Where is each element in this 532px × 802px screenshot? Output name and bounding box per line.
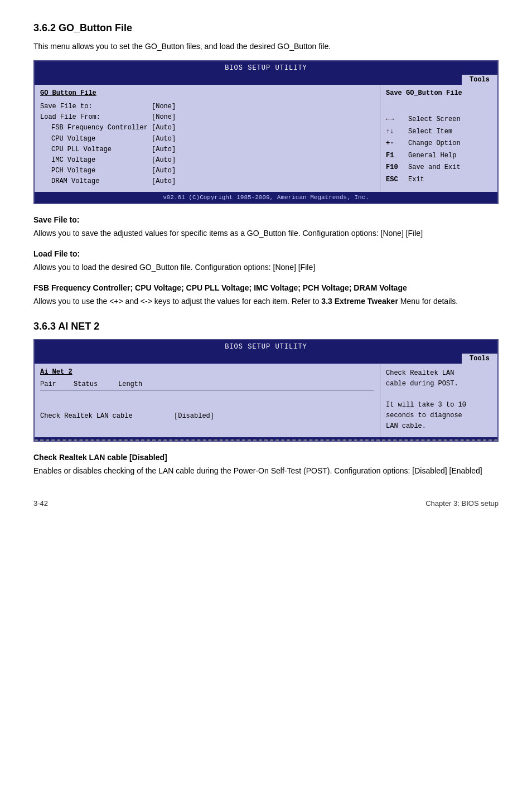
check-realtek-heading: Check Realtek LAN cable [Disabled] <box>33 453 499 462</box>
bios-right2-line2: cable during POST. <box>386 380 458 388</box>
save-file-desc: Allows you to save the adjusted values f… <box>33 228 499 239</box>
bios-tabs-1: Tools <box>35 75 497 85</box>
bios-help-1: Save GO_Button File <box>386 89 492 97</box>
check-realtek-label: Check Realtek LAN cable <box>40 411 174 422</box>
bios-key-f1: F1 General Help <box>386 150 492 162</box>
bios-left-2: Ai Net 2 Pair Status Length Check Realte… <box>35 364 380 437</box>
bios-box-2: BIOS SETUP UTILITY Tools Ai Net 2 Pair S… <box>33 339 499 442</box>
fsb-desc: Allows you to use the <+> and <-> keys t… <box>33 296 499 307</box>
bios-footer-1: v02.61 (C)Copyright 1985-2009, American … <box>35 192 497 203</box>
bios-right2-line4: It will take 3 to 10 <box>386 401 466 409</box>
bios-row-fsb: FSB Frequency Controller [Auto] <box>40 123 374 133</box>
bios-row-load: Load File From: [None] <box>40 112 374 123</box>
bios-row-cpu-voltage: CPU Voltage [Auto] <box>40 134 374 144</box>
bios-row-cpu-pll: CPU PLL Voltage [Auto] <box>40 144 374 155</box>
bios-key-f10: F10 Save and Exit <box>386 162 492 174</box>
bios-tab-tools-2: Tools <box>462 354 497 364</box>
save-file-heading: Save File to: <box>33 215 499 224</box>
load-file-desc: Allows you to load the desired GO_Button… <box>33 262 499 273</box>
bios-left-title-1: GO_Button File <box>40 89 374 97</box>
bios-key-updown: ↑↓ Select Item <box>386 126 492 138</box>
bios-right2-line1: Check Realtek LAN <box>386 369 454 377</box>
bios-box-1: BIOS SETUP UTILITY Tools GO_Button File … <box>33 60 499 204</box>
bios-col-pair: Pair <box>40 380 74 388</box>
bios-col-status: Status <box>74 380 118 388</box>
bios-row-save: Save File to: [None] <box>40 102 374 112</box>
fsb-heading: FSB Frequency Controller; CPU Voltage; C… <box>33 283 499 292</box>
bios-right-1: Save GO_Button File ←→ Select Screen ↑↓ … <box>380 85 497 192</box>
bios-header-1: BIOS SETUP UTILITY <box>35 61 497 75</box>
bios-right-2: Check Realtek LAN cable during POST. It … <box>380 364 497 437</box>
bios-key-arrows: ←→ Select Screen <box>386 114 492 126</box>
bios-right2-line5: seconds to diagnose <box>386 412 462 419</box>
check-realtek-value: [Disabled] <box>174 411 214 422</box>
section-363-title: 3.6.3 AI NET 2 <box>33 321 499 332</box>
bios-ai-columns: Pair Status Length <box>40 380 374 391</box>
bios-tabs-2: Tools <box>35 354 497 364</box>
footer-page: 3-42 <box>33 499 48 508</box>
bios-dashed-footer-2 <box>35 439 497 441</box>
bios-left-title-2: Ai Net 2 <box>40 368 374 376</box>
footer-chapter: Chapter 3: BIOS setup <box>425 499 499 508</box>
section-362-title: 3.6.2 GO_Button File <box>33 22 499 34</box>
bios-left-1: GO_Button File Save File to: [None] Load… <box>35 85 380 192</box>
bios-body-1: GO_Button File Save File to: [None] Load… <box>35 85 497 192</box>
bios-col-length: Length <box>118 380 142 388</box>
bios-header-2: BIOS SETUP UTILITY <box>35 340 497 354</box>
bios-row-pch: PCH Voltage [Auto] <box>40 166 374 176</box>
bios-right2-line6: LAN cable. <box>386 422 426 430</box>
bios-body-2: Ai Net 2 Pair Status Length Check Realte… <box>35 364 497 437</box>
page-footer: 3-42 Chapter 3: BIOS setup <box>33 499 499 508</box>
bios-keys-1: ←→ Select Screen ↑↓ Select Item +- Chang… <box>386 114 492 186</box>
section-362-intro: This menu allows you to set the GO_Butto… <box>33 41 499 52</box>
bios-key-plusminus: +- Change Option <box>386 138 492 150</box>
extreme-tweaker-ref: 3.3 Extreme Tweaker <box>321 297 398 306</box>
bios-row-imc: IMC Voltage [Auto] <box>40 155 374 166</box>
check-realtek-desc: Enables or disables checking of the LAN … <box>33 465 499 477</box>
bios-row-check-realtek: Check Realtek LAN cable [Disabled] <box>40 411 374 422</box>
bios-row-dram: DRAM Voltage [Auto] <box>40 176 374 187</box>
bios-key-esc: ESC Exit <box>386 174 492 186</box>
load-file-heading: Load File to: <box>33 249 499 258</box>
bios-tab-tools-1: Tools <box>462 75 497 85</box>
